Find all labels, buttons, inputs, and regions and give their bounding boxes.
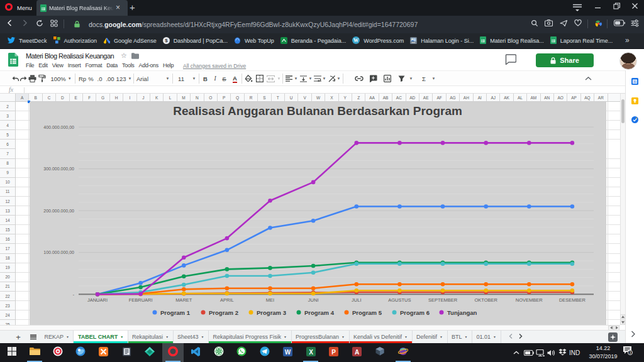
- column-header-AC[interactable]: AC: [392, 94, 406, 102]
- column-header-M[interactable]: M: [177, 94, 191, 102]
- column-header-D[interactable]: D: [56, 94, 69, 102]
- tray-network-icon[interactable]: [536, 343, 545, 362]
- column-header-R[interactable]: R: [245, 94, 258, 102]
- save-status[interactable]: All changes saved in Drive: [183, 63, 246, 69]
- sheet-tab-menu-caret[interactable]: ▼: [341, 335, 345, 339]
- tab-menu-icon[interactable]: [572, 3, 582, 12]
- sheet-tab-tabel-chart[interactable]: TABEL CHART▼: [74, 331, 128, 343]
- series-line[interactable]: [97, 263, 572, 295]
- row-header-23[interactable]: 23: [0, 301, 15, 310]
- taskbar-app-gem[interactable]: [139, 343, 160, 362]
- start-button[interactable]: [1, 343, 23, 362]
- borders-icon[interactable]: [255, 71, 264, 86]
- window-restore-button[interactable]: [611, 3, 622, 11]
- taskbar-app-planet[interactable]: [392, 343, 414, 362]
- vertical-scrollbar[interactable]: [620, 94, 625, 325]
- bookmark-item[interactable]: $Dashboard | PopCa...: [163, 37, 228, 45]
- column-header-AK[interactable]: AK: [500, 94, 513, 102]
- reload-icon[interactable]: [36, 19, 43, 27]
- column-header-N[interactable]: N: [191, 94, 204, 102]
- horizontal-scrollbar[interactable]: [0, 325, 620, 330]
- redo-icon[interactable]: [19, 71, 28, 86]
- column-header-U[interactable]: U: [285, 94, 298, 102]
- column-header-AR[interactable]: AR: [594, 94, 608, 102]
- column-header-AJ[interactable]: AJ: [487, 94, 500, 102]
- calendar-icon[interactable]: 31: [631, 78, 638, 85]
- italic-button[interactable]: I: [211, 71, 219, 86]
- insert-link-icon[interactable]: [354, 71, 364, 86]
- window-minimize-button[interactable]: [592, 3, 603, 11]
- legend-label[interactable]: Program 3: [257, 309, 286, 316]
- bookmark-item[interactable]: Materi Blog Realisa...: [480, 36, 544, 45]
- bookmark-item[interactable]: WWordPress.com: [352, 36, 404, 45]
- more-formats-select[interactable]: 123▼: [119, 71, 129, 86]
- bookmark-heart-icon[interactable]: [574, 19, 582, 26]
- merge-caret[interactable]: ▼: [275, 71, 280, 86]
- taskbar-app-reader[interactable]: [116, 343, 137, 362]
- column-header-B[interactable]: B: [29, 94, 42, 102]
- row-header-10[interactable]: 10: [0, 178, 15, 187]
- insert-comment-icon[interactable]: [369, 71, 378, 86]
- hide-toolbar-icon[interactable]: [584, 71, 592, 86]
- tray-volume-icon[interactable]: [547, 343, 555, 362]
- column-header-Z[interactable]: Z: [352, 94, 365, 102]
- url-text[interactable]: docs.google.com/spreadsheets/d/1HXcRtjxg…: [89, 21, 418, 28]
- share-button[interactable]: Share: [536, 53, 594, 67]
- taskbar-app-explorer[interactable]: [24, 343, 45, 362]
- column-header-AN[interactable]: AN: [541, 94, 554, 102]
- sheet-tab-progressbulanan[interactable]: ProgressBulanan▼: [292, 331, 350, 343]
- font-size-caret[interactable]: ▼: [190, 71, 196, 86]
- sheet-tab-defenitif[interactable]: Defenitif▼: [413, 331, 448, 343]
- legend-label[interactable]: Program 4: [304, 309, 335, 316]
- tray-clock[interactable]: 14.22 30/07/2019: [587, 344, 619, 361]
- print-icon[interactable]: [28, 71, 36, 86]
- menu-format[interactable]: Format: [86, 62, 103, 69]
- vertical-align-caret[interactable]: ▼: [307, 71, 312, 86]
- taskbar-app-cube[interactable]: [369, 343, 391, 362]
- sheet-tab-menu-caret[interactable]: ▼: [493, 335, 496, 339]
- column-headers[interactable]: ABCDEFGHIJKLMNOPQRSTUVWXYZAAABACADAEAFAG…: [16, 94, 620, 102]
- row-header-6[interactable]: 6: [0, 140, 15, 149]
- sheet-tab-01-01[interactable]: 01.01▼: [472, 331, 501, 343]
- side-panel-collapse-icon[interactable]: [631, 330, 635, 339]
- bookmark-item[interactable]: Google AdSense: [103, 37, 157, 45]
- my-flow-send-icon[interactable]: [560, 19, 568, 27]
- column-header-AA[interactable]: AA: [365, 94, 379, 102]
- row-header-21[interactable]: 21: [0, 282, 15, 292]
- menu-help[interactable]: Help: [163, 62, 174, 69]
- taskbar-app-globe[interactable]: [70, 343, 91, 362]
- column-header-J[interactable]: J: [137, 94, 150, 102]
- row-header-12[interactable]: 12: [0, 197, 15, 206]
- sheet-tab-btl[interactable]: BTL▼: [448, 331, 472, 343]
- opera-menu-icon[interactable]: [5, 3, 13, 11]
- sheet-tab-menu-caret[interactable]: ▼: [404, 335, 408, 339]
- taskbar-app-atom[interactable]: [208, 343, 230, 362]
- add-sheet-button[interactable]: +: [10, 331, 26, 343]
- taskbar-app-whatsapp[interactable]: [231, 343, 252, 362]
- vertical-scrollbar-thumb[interactable]: [621, 99, 625, 123]
- browser-menu-button[interactable]: Menu: [17, 4, 32, 11]
- row-header-15[interactable]: 15: [0, 225, 15, 234]
- font-select[interactable]: Arial: [136, 71, 162, 86]
- text-wrap-caret[interactable]: ▼: [321, 71, 326, 86]
- legend-label[interactable]: Tunjangan: [447, 309, 477, 316]
- taskbar-app-powerpoint[interactable]: P: [323, 343, 345, 362]
- row-header-24[interactable]: 24: [0, 310, 15, 320]
- sheet-tab-menu-caret[interactable]: ▼: [201, 335, 204, 339]
- taskbar-app-anydesk[interactable]: [47, 343, 69, 362]
- column-header-T[interactable]: T: [272, 94, 285, 102]
- row-header-18[interactable]: 18: [0, 254, 15, 263]
- sheet-tab-menu-caret[interactable]: ▼: [440, 335, 443, 339]
- all-sheets-button[interactable]: [26, 331, 40, 343]
- search-icon[interactable]: [531, 19, 538, 27]
- font-select-caret[interactable]: ▼: [164, 71, 170, 86]
- column-header-AG[interactable]: AG: [447, 94, 460, 102]
- formula-bar[interactable]: fx: [0, 85, 625, 94]
- back-icon[interactable]: [6, 19, 13, 26]
- column-header-W[interactable]: W: [312, 94, 325, 102]
- column-header-AO[interactable]: AO: [554, 94, 567, 102]
- sheet-tab-sheet43[interactable]: Sheet43▼: [174, 331, 209, 343]
- sheet-tab-rekapitulasi-progress-fisik[interactable]: Rekapitulasi Progress Fisik▼: [209, 331, 292, 343]
- battery-saver-icon[interactable]: [614, 19, 625, 26]
- select-all-corner[interactable]: [0, 94, 16, 102]
